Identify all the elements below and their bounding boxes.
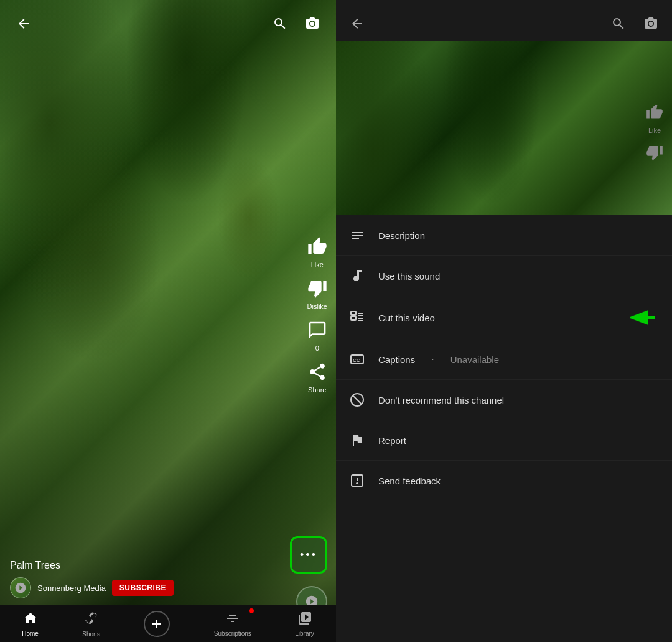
right-header-icons [607, 12, 662, 35]
right-dislike-icon [646, 144, 663, 166]
like-icon [307, 237, 327, 260]
menu-item-use-sound[interactable]: Use this sound [336, 256, 672, 296]
menu-item-cut-video[interactable]: Cut this video [336, 296, 672, 339]
dislike-label: Dislike [307, 303, 327, 310]
header-right-icons [269, 12, 324, 35]
add-icon [144, 611, 170, 637]
right-thumb-bg [336, 41, 672, 215]
captions-dot: · [431, 354, 434, 365]
report-label: Report [378, 435, 406, 446]
nav-shorts[interactable]: Shorts [82, 610, 100, 638]
use-sound-icon [348, 267, 366, 285]
nav-subscriptions-label: Subscriptions [214, 630, 251, 637]
bottom-navigation: Home Shorts Subscriptions [0, 605, 336, 642]
back-button[interactable] [12, 12, 35, 35]
right-header [336, 0, 672, 41]
send-feedback-label: Send feedback [378, 476, 441, 486]
nav-library-label: Library [295, 630, 314, 637]
right-panel: Like Description [336, 0, 672, 642]
nav-library[interactable]: Library [295, 611, 314, 637]
nav-add[interactable] [144, 611, 170, 637]
dislike-icon [307, 278, 327, 301]
svg-line-11 [353, 395, 362, 404]
right-dislike-button[interactable] [646, 144, 663, 166]
right-search-button[interactable] [607, 12, 630, 35]
menu-item-dont-recommend[interactable]: Don't recommend this channel [336, 380, 672, 420]
right-like-label: Like [648, 126, 661, 134]
like-button[interactable]: Like [307, 237, 327, 268]
home-icon [23, 611, 38, 628]
svg-rect-0 [351, 311, 356, 315]
right-thumbnail: Like [336, 41, 672, 215]
menu-item-send-feedback[interactable]: Send feedback [336, 461, 672, 501]
video-title: Palm Trees [10, 560, 286, 571]
report-icon [348, 432, 366, 449]
cut-video-icon [348, 309, 366, 326]
right-side-actions: Like [646, 103, 663, 166]
use-sound-label: Use this sound [378, 271, 440, 281]
dislike-button[interactable]: Dislike [307, 278, 327, 310]
svg-point-14 [357, 483, 358, 484]
camera-button[interactable] [301, 12, 324, 35]
share-label: Share [308, 386, 326, 394]
more-button[interactable]: ••• [290, 536, 327, 574]
comment-count: 0 [315, 344, 319, 352]
left-header [0, 0, 336, 41]
channel-name: Sonnenberg Media [37, 583, 106, 593]
nav-shorts-label: Shorts [82, 631, 100, 638]
description-label: Description [378, 230, 425, 241]
nav-home[interactable]: Home [22, 611, 39, 637]
svg-rect-1 [351, 316, 356, 320]
send-feedback-icon [348, 472, 366, 489]
menu-item-captions[interactable]: CC Captions · Unavailable [336, 339, 672, 380]
dont-recommend-label: Don't recommend this channel [378, 395, 504, 405]
dont-recommend-icon [348, 391, 366, 408]
captions-icon: CC [348, 351, 366, 368]
green-arrow [630, 308, 660, 328]
left-panel: Like Dislike 0 Share [0, 0, 336, 642]
nav-home-label: Home [22, 630, 39, 637]
captions-status: Unavailable [450, 354, 499, 365]
share-icon [307, 362, 327, 385]
shorts-icon [83, 610, 100, 629]
video-actions: Like Dislike 0 Share [307, 237, 327, 394]
channel-row: Sonnenberg Media SUBSCRIBE [10, 577, 286, 598]
right-camera-button[interactable] [640, 12, 662, 35]
cut-video-label: Cut this video [378, 313, 435, 323]
share-button[interactable]: Share [307, 362, 327, 394]
subscribe-button[interactable]: SUBSCRIBE [112, 580, 174, 596]
search-button[interactable] [269, 12, 291, 35]
nav-subscriptions[interactable]: Subscriptions [214, 611, 251, 637]
menu-item-report[interactable]: Report [336, 420, 672, 461]
right-like-button[interactable]: Like [646, 103, 663, 134]
more-icon: ••• [300, 549, 317, 562]
comment-icon [307, 320, 327, 343]
menu-list: Description Use this sound [336, 215, 672, 642]
bottom-info: Palm Trees Sonnenberg Media SUBSCRIBE [10, 560, 286, 598]
menu-item-description[interactable]: Description [336, 215, 672, 256]
library-icon [297, 611, 312, 628]
captions-label: Captions [378, 354, 415, 365]
svg-text:CC: CC [353, 357, 360, 363]
like-label: Like [311, 261, 324, 268]
right-back-button[interactable] [346, 12, 368, 35]
subscriptions-icon [225, 611, 240, 628]
channel-avatar [10, 577, 31, 598]
right-like-icon [646, 103, 663, 125]
left-background [0, 0, 336, 642]
description-icon [348, 227, 366, 244]
comment-button[interactable]: 0 [307, 320, 327, 352]
